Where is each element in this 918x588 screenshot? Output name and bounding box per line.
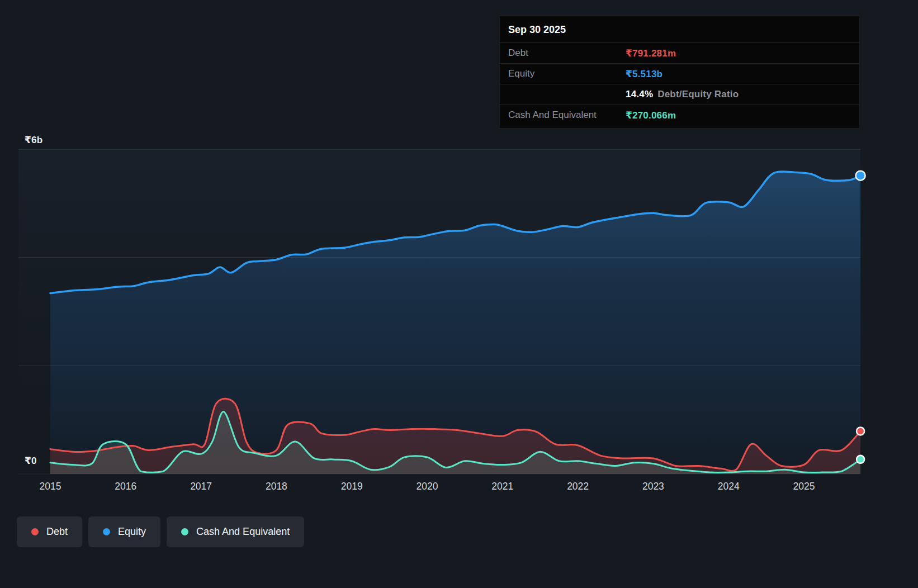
x-axis-label-2018: 2018	[266, 481, 287, 492]
x-axis-label-2025: 2025	[793, 481, 815, 492]
x-axis-label-2024: 2024	[718, 481, 740, 492]
tooltip-equity-value: ₹5.513b	[626, 68, 663, 80]
x-axis-label-2015: 2015	[40, 481, 61, 492]
balance-sheet-history-page: ₹6b ₹0 201520162017201820192020202120222…	[0, 0, 918, 588]
tooltip-date: Sep 30 2025	[500, 16, 859, 42]
tooltip-row-ratio: 14.4%Debt/Equity Ratio	[500, 84, 859, 105]
tooltip-equity-label: Equity	[508, 68, 626, 79]
x-axis-label-2022: 2022	[567, 481, 589, 492]
x-axis-label-2019: 2019	[341, 481, 363, 492]
cash-and-equivalent-endpoint-marker	[857, 456, 864, 463]
y-axis-label-zero: ₹0	[25, 455, 37, 467]
legend-cash-button[interactable]: Cash And Equivalent	[167, 516, 304, 547]
legend-cash-label: Cash And Equivalent	[196, 526, 290, 538]
debt-legend-dot-icon	[31, 528, 39, 535]
tooltip-cash-value: ₹270.066m	[626, 110, 676, 121]
legend-equity-button[interactable]: Equity	[88, 516, 160, 547]
x-axis: 2015201620172018201920202021202220232024…	[0, 481, 918, 495]
tooltip-cash-label: Cash And Equivalent	[508, 110, 626, 121]
equity-endpoint-marker	[856, 171, 865, 181]
debt-endpoint-marker	[857, 427, 864, 435]
tooltip-debt-label: Debt	[508, 48, 626, 59]
tooltip-row-cash: Cash And Equivalent ₹270.066m	[500, 105, 859, 125]
tooltip-row-equity: Equity ₹5.513b	[500, 63, 859, 84]
equity-legend-dot-icon	[103, 528, 110, 535]
tooltip-debt-value: ₹791.281m	[626, 48, 676, 59]
chart-legend: Debt Equity Cash And Equivalent	[17, 516, 304, 547]
tooltip-ratio-value: 14.4%Debt/Equity Ratio	[626, 89, 739, 100]
cash-legend-dot-icon	[181, 528, 188, 535]
tooltip-ratio-number: 14.4%	[626, 89, 653, 99]
legend-debt-button[interactable]: Debt	[17, 516, 82, 547]
x-axis-label-2020: 2020	[417, 481, 438, 492]
y-axis-label-top: ₹6b	[25, 134, 42, 146]
x-axis-label-2016: 2016	[115, 481, 136, 492]
tooltip-row-debt: Debt ₹791.281m	[500, 42, 859, 63]
x-axis-label-2017: 2017	[190, 481, 212, 492]
legend-equity-label: Equity	[118, 526, 146, 538]
x-axis-label-2021: 2021	[491, 481, 513, 492]
chart-tooltip-panel: Sep 30 2025 Debt ₹791.281m Equity ₹5.513…	[499, 16, 860, 129]
tooltip-ratio-caption: Debt/Equity Ratio	[657, 89, 739, 99]
legend-debt-label: Debt	[46, 526, 68, 538]
x-axis-label-2023: 2023	[642, 481, 664, 492]
